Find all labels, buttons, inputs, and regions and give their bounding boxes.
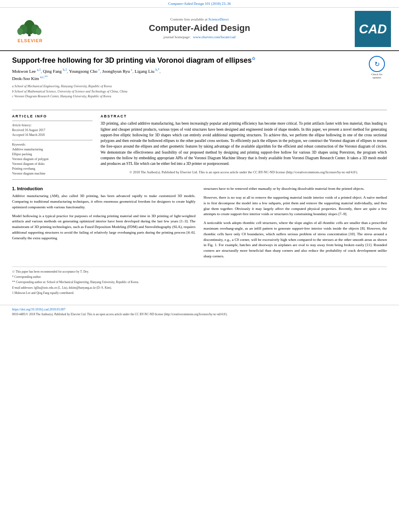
intro-right: structures have to be removed either man…	[204, 186, 387, 263]
affiliations: a School of Mechanical Engineering, Hany…	[12, 84, 363, 99]
article-info-label: ARTICLE INFO	[12, 114, 93, 118]
cad-logo-text: CAD	[359, 22, 387, 37]
keywords-label: Keywords:	[12, 143, 93, 146]
article-info-divider	[12, 121, 93, 121]
sciencedirect-link[interactable]: ScienceDirect	[208, 17, 228, 21]
elsevier-tree-icon	[16, 15, 44, 37]
doi-link[interactable]: https://doi.org/10.1016/j.cad.2018.03.00…	[12, 308, 387, 311]
keyword-5: Printing overhang	[12, 166, 93, 171]
author-1: Mokwon Lee a,1	[12, 69, 41, 74]
svg-point-4	[17, 28, 23, 35]
section-number: 1.	[12, 186, 16, 191]
accepted-date: Accepted 16 March 2018	[12, 133, 93, 138]
paper-title: Support-free hollowing for 3D printing v…	[12, 56, 363, 65]
contents-available-line: Contents lists available at ScienceDirec…	[52, 17, 347, 21]
intro-two-col: 1. Introduction Additive manufacturing (…	[12, 186, 387, 263]
affiliation-b: b School of Mathematical Science, Univer…	[12, 89, 363, 94]
affiliation-a: a School of Mechanical Engineering, Hany…	[12, 84, 363, 89]
author-5: Ligang Liu b,*	[135, 69, 160, 74]
footnote-3: ** Corresponding author at: School of Me…	[12, 280, 387, 284]
abstract-divider	[12, 179, 387, 180]
introduction-section: 1. Introduction Additive manufacturing (…	[12, 186, 387, 263]
abstract-text: 3D printing, also called additive manufa…	[101, 121, 387, 166]
article-info-column: ARTICLE INFO Article history: Received 1…	[12, 114, 93, 176]
intro-heading: 1. Introduction	[12, 186, 195, 191]
affiliation-c: c Voronoi Diagram Research Center, Hanya…	[12, 94, 363, 99]
journal-citation: Computer-Aided Design 101 (2018) 23–36	[0, 0, 399, 8]
intro-para-right-3: A noticeable work adopts rhombic cell st…	[204, 220, 387, 259]
elsevier-label: ELSEVIER	[18, 38, 43, 43]
abstract-label: ABSTRACT	[101, 114, 387, 118]
footnote-5: 1 Mokwon Lee and Qing Fang equally contr…	[12, 291, 387, 295]
keyword-2: Ellipse packing	[12, 152, 93, 157]
svg-point-5	[36, 28, 41, 35]
keyword-3: Voronoi diagram of polygon	[12, 157, 93, 162]
intro-para-1: Additive manufacturing (AM), also called…	[12, 193, 195, 210]
keywords-divider	[12, 140, 93, 140]
journal-center-info: Contents lists available at ScienceDirec…	[52, 17, 347, 41]
cc-license-text: © 2018 The Author(s). Published by Elsev…	[130, 170, 358, 174]
author-6: Deok-Soo Kim a,c,**	[12, 76, 48, 81]
author-2: Qing Fang b,1	[43, 69, 67, 74]
intro-para-right-2: However, there is no way at all to remov…	[204, 195, 387, 217]
intro-para-right-1: structures have to be removed either man…	[204, 186, 387, 192]
author-3: Youngsong Cho c	[69, 69, 100, 74]
bottom-license-text: 0010-4485/© 2018 The Author(s). Publishe…	[12, 312, 387, 316]
homepage-line: journal homepage: www.elsevier.com/locat…	[52, 35, 347, 39]
paper-title-text: Support-free hollowing for 3D printing v…	[12, 56, 252, 64]
elsevier-logo: ELSEVIER	[8, 15, 52, 43]
homepage-label: journal homepage:	[164, 35, 191, 39]
intro-left: 1. Introduction Additive manufacturing (…	[12, 186, 195, 263]
citation-text: Computer-Aided Design 101 (2018) 23–36	[168, 2, 230, 6]
authors-list: Mokwon Lee a,1, Qing Fang b,1, Youngsong…	[12, 68, 363, 82]
paper-title-footnote: ✩	[252, 56, 255, 61]
author-4: Joonghyun Ryu c	[102, 69, 132, 74]
cad-logo-area: CAD	[347, 11, 391, 47]
paper-content: Support-free hollowing for 3D printing v…	[0, 51, 399, 301]
keyword-6: Voronoi diagram machine	[12, 171, 93, 176]
section-title: Introduction	[17, 186, 43, 191]
article-info-abstract: ARTICLE INFO Article history: Received 1…	[12, 114, 387, 176]
bottom-bar: https://doi.org/10.1016/j.cad.2018.03.00…	[0, 305, 399, 319]
elsevier-logo-area: ELSEVIER	[8, 15, 52, 43]
check-updates-circle: ↻	[369, 56, 385, 72]
keyword-1: Additive manufacturing	[12, 147, 93, 152]
keyword-4: Voronoi diagram of disks	[12, 162, 93, 166]
cad-logo-box: CAD	[355, 11, 391, 47]
abstract-column: ABSTRACT 3D printing, also called additi…	[101, 114, 387, 176]
footnote-1: ✩ This paper has been recommended for ac…	[12, 269, 387, 274]
title-divider	[12, 110, 387, 110]
received-date: Received 16 August 2017	[12, 128, 93, 133]
check-updates-icon: ↻	[374, 60, 380, 68]
homepage-url[interactable]: www.elsevier.com/locate/cad	[193, 35, 235, 39]
check-updates-label: Check for updates	[367, 73, 387, 80]
contents-text: Contents lists available at	[171, 17, 208, 21]
footnote-4: E-mail addresses: lglliu@ustc.edu.cn (L.…	[12, 286, 387, 290]
footnotes-section: ✩ This paper has been recommended for ac…	[12, 267, 387, 295]
paper-title-area: Support-free hollowing for 3D printing v…	[12, 56, 363, 103]
journal-header: ELSEVIER Contents lists available at Sci…	[0, 8, 399, 51]
check-updates-badge: ↻ Check for updates	[367, 56, 387, 80]
footnote-2: * Corresponding author.	[12, 275, 387, 279]
paper-title-section: Support-free hollowing for 3D printing v…	[12, 56, 387, 107]
journal-title: Computer-Aided Design	[52, 23, 347, 33]
article-history-label: Article history:	[12, 123, 93, 127]
cc-license: © 2018 The Author(s). Published by Elsev…	[101, 170, 387, 175]
intro-para-2: Model hollowing is a typical practice fo…	[12, 214, 195, 241]
